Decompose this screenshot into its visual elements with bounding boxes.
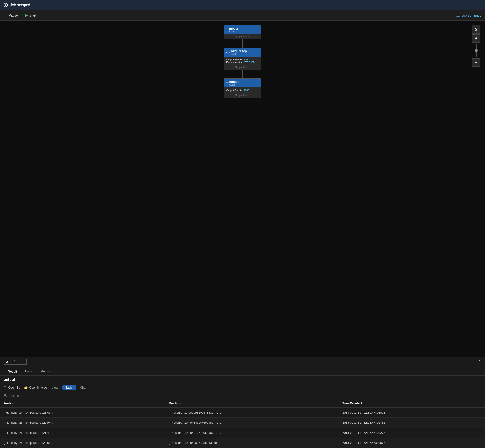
diagram-area: □ input1 Input Not partitioned <> output… [0, 21, 485, 357]
pause-label: Pause [9, 14, 18, 17]
toolbar-left: Pause ▶ Start [4, 12, 456, 18]
tab-bar: Result Logs Metrics [0, 367, 485, 376]
chart-view-button[interactable]: Chart [76, 385, 91, 390]
connector-2 [208, 70, 277, 79]
cell-ambient: {"Humidity":25,"Temperature":20.94... [0, 418, 165, 428]
bottom-panel: Job ˅ ⌃ Result Logs Metrics output 🗍 Ope… [0, 357, 485, 448]
table-header: Ambient Machine TimeCreated [0, 399, 485, 408]
node-input1[interactable]: □ input1 Input Not partitioned [224, 25, 261, 39]
zoom-controls: ⇲ + − [472, 25, 480, 67]
cell-machine: {"Pressure":1.4494648254598959,"Te... [165, 418, 339, 428]
zoom-in-button[interactable]: + [472, 34, 480, 43]
table-row[interactable]: {"Humidity":25,"Temperature":20.94...{"P… [0, 418, 485, 428]
outputstep-stat-written: Events Written: 175.6 KB [226, 61, 259, 64]
pause-icon [6, 14, 7, 17]
view-label: View [52, 386, 58, 389]
job-dropdown[interactable]: Job ˅ [4, 359, 27, 365]
tab-result[interactable]: Result [4, 367, 21, 376]
open-in-folder-label: Open in folder [29, 386, 48, 389]
node-input1-subtitle: Input [229, 30, 238, 33]
cell-timecreated: 2018-09-17T17:52:36.4739997Z [339, 438, 485, 448]
outputstep-stat-events: Output Events: 1000 [226, 58, 259, 61]
table-row[interactable]: {"Humidity":26,"Temperature":21.41...{"P… [0, 428, 485, 438]
node-outputstep-header: <> outputStep Step [224, 48, 261, 57]
main-toolbar: Pause ▶ Start ☰ Job Summary [0, 10, 485, 21]
node-input1-title: input1 [229, 27, 238, 30]
table-body: {"Humidity":24,"Temperature":21.43...{"P… [0, 408, 485, 448]
title-bar: Job stopped [0, 0, 485, 10]
node-output-body: Output Events: 1000 [224, 88, 261, 93]
table-row[interactable]: {"Humidity":24,"Temperature":21.43...{"P… [0, 408, 485, 418]
output-stat-events: Output Events: 1000 [226, 89, 259, 92]
tab-metrics[interactable]: Metrics [36, 367, 55, 376]
node-outputstep-footer: Not partitioned [224, 65, 261, 70]
job-summary-icon: ☰ [456, 13, 460, 18]
start-button[interactable]: ▶ Start [24, 12, 38, 18]
cell-timecreated: 2018-09-17T17:52:36.4740027Z [339, 428, 485, 438]
job-summary-button[interactable]: ☰ Job Summary [456, 13, 481, 18]
cell-machine: {"Pressure":1.449546374038063,"Te... [165, 438, 339, 448]
job-dropdown-label: Job [6, 360, 11, 364]
view-toggle: Table Chart [62, 385, 91, 390]
open-in-folder-icon: 📁 [24, 386, 28, 390]
zoom-slider-thumb[interactable] [475, 49, 478, 52]
node-outputstep[interactable]: <> outputStep Step Output Events: 1000 E… [224, 48, 261, 70]
status-icon [4, 3, 8, 7]
search-bar: 🔍 [0, 392, 485, 399]
node-output-title: output [229, 80, 238, 84]
table-row[interactable]: {"Humidity":25,"Temperature":20.58...{"P… [0, 438, 485, 448]
node-output-subtitle: Output [229, 84, 238, 86]
zoom-fit-button[interactable]: ⇲ [472, 25, 480, 33]
open-file-button[interactable]: 🗍 Open file [4, 386, 20, 390]
open-file-icon: 🗍 [4, 386, 7, 390]
search-input[interactable] [9, 394, 481, 398]
tab-logs[interactable]: Logs [21, 367, 36, 376]
result-table-container: Ambient Machine TimeCreated {"Humidity":… [0, 399, 485, 448]
zoom-out-button[interactable]: − [472, 58, 480, 67]
node-input1-header: □ input1 Input [224, 25, 261, 34]
col-ambient: Ambient [0, 399, 165, 408]
panel-collapse-button[interactable]: ⌃ [478, 359, 481, 364]
search-icon: 🔍 [4, 394, 8, 398]
panel-header: Job ˅ ⌃ [0, 357, 485, 367]
node-input1-footer: Not partitioned [224, 34, 261, 39]
input-icon: □ [226, 28, 228, 32]
table-view-button[interactable]: Table [62, 385, 76, 390]
result-table: Ambient Machine TimeCreated {"Humidity":… [0, 399, 485, 448]
node-output[interactable]: □ output Output Output Events: 1000 Not … [224, 79, 261, 98]
title-bar-text: Job stopped [10, 3, 30, 7]
job-summary-label: Job Summary [461, 14, 481, 17]
cell-ambient: {"Humidity":24,"Temperature":21.43... [0, 408, 165, 418]
output-section: output [0, 376, 485, 383]
node-output-footer: Not partitioned [224, 93, 261, 97]
zoom-slider-track [476, 44, 477, 57]
open-file-label: Open file [8, 386, 20, 389]
cell-ambient: {"Humidity":26,"Temperature":21.41... [0, 428, 165, 438]
start-icon: ▶ [25, 13, 28, 17]
cell-timecreated: 2018-09-17T17:52:36.4740176Z [339, 418, 485, 428]
open-in-folder-button[interactable]: 📁 Open in folder [24, 386, 48, 390]
cell-ambient: {"Humidity":25,"Temperature":20.58... [0, 438, 165, 448]
cell-timecreated: 2018-09-17T17:52:36.4740206Z [339, 408, 485, 418]
diagram-canvas: □ input1 Input Not partitioned <> output… [208, 21, 277, 102]
node-outputstep-body: Output Events: 1000 Events Written: 175.… [224, 57, 261, 65]
cell-machine: {"Pressure":1.4495479778958957,"Te... [165, 428, 339, 438]
connector-1 [208, 39, 277, 48]
step-icon: <> [226, 51, 230, 54]
output-icon: □ [226, 81, 228, 85]
dropdown-arrow-icon: ˅ [13, 360, 15, 364]
result-toolbar: 🗍 Open file 📁 Open in folder View Table … [0, 383, 485, 392]
output-title: output [4, 377, 15, 381]
col-machine: Machine [165, 399, 339, 408]
node-outputstep-subtitle: Step [231, 53, 247, 55]
pause-button[interactable]: Pause [4, 13, 20, 18]
node-outputstep-title: outputStep [231, 49, 247, 53]
col-timecreated: TimeCreated [339, 399, 485, 408]
start-label: Start [29, 14, 36, 17]
node-output-header: □ output Output [224, 79, 261, 88]
cell-machine: {"Pressure":1.4505058295373832,"Te... [165, 408, 339, 418]
